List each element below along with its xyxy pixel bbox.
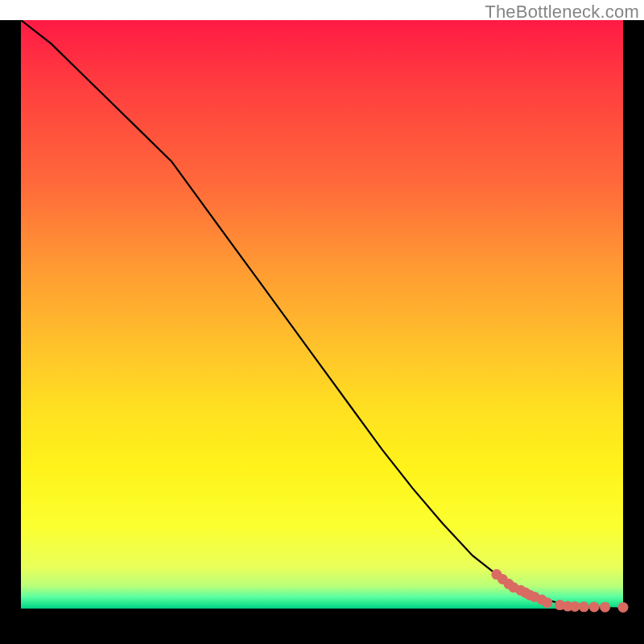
watermark-text: TheBottleneck.com	[485, 2, 639, 23]
chart-stage: TheBottleneck.com	[0, 0, 644, 644]
gradient-background	[21, 20, 623, 609]
plot-frame	[0, 20, 644, 644]
